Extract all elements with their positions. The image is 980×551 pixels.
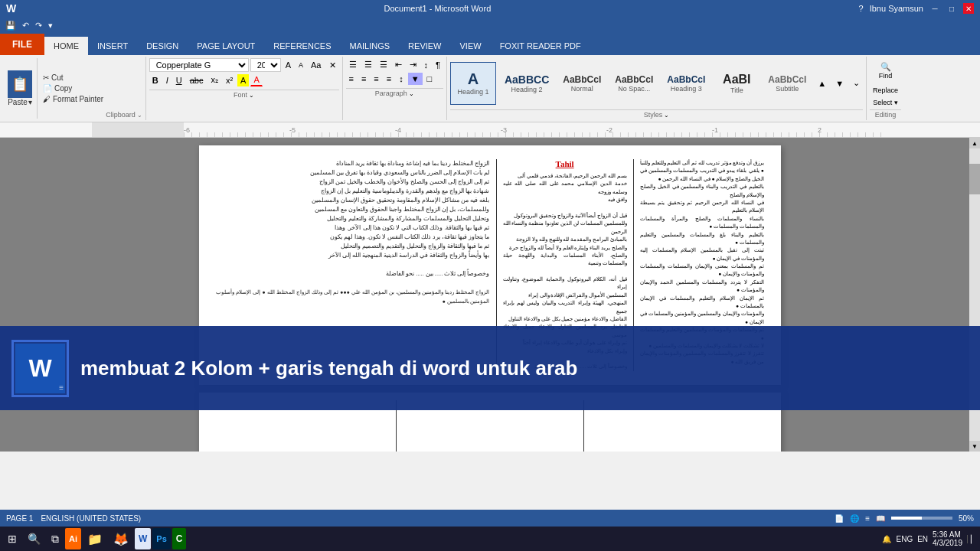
paste-button[interactable]: 📋 Paste▾ xyxy=(3,58,38,119)
zoom-fill xyxy=(891,517,922,520)
align-left-button[interactable]: ≡ xyxy=(346,73,357,85)
font-grow-button[interactable]: A xyxy=(283,59,294,71)
title-bar-title: Document1 - Microsoft Word xyxy=(16,4,858,13)
find-button[interactable]: 🔍 Find xyxy=(872,58,900,83)
scroll-down-button[interactable]: ▼ xyxy=(969,441,980,452)
save-button[interactable]: 💾 xyxy=(3,21,18,31)
customize-qat-button[interactable]: ▾ xyxy=(46,21,55,31)
redo-button[interactable]: ↷ xyxy=(33,21,44,31)
select-button[interactable]: Select ▾ xyxy=(870,97,901,108)
scroll-up-button[interactable]: ▲ xyxy=(969,138,980,148)
tab-foxit[interactable]: FOXIT READER PDF xyxy=(491,37,590,55)
zoom-slider[interactable] xyxy=(891,517,952,520)
cut-button[interactable]: ✂ Cut xyxy=(41,73,106,83)
font-shrink-button[interactable]: A xyxy=(296,60,306,70)
paste-icon: 📋 xyxy=(8,70,32,98)
taskbar-lang-icon[interactable]: EN xyxy=(917,535,928,543)
font-name-select[interactable]: Copperplate G xyxy=(149,58,249,72)
undo-button[interactable]: ↶ xyxy=(20,21,31,31)
superscript-button[interactable]: x² xyxy=(223,74,236,86)
style-heading3-button[interactable]: AaBbCcI Heading 3 xyxy=(662,62,710,105)
line-spacing-button[interactable]: ↕ xyxy=(396,73,407,85)
document-area: الزواج المختلط ردينا بما فيه إشاعة ومناد… xyxy=(0,138,980,452)
nospace-label: No Spac... xyxy=(618,85,650,93)
status-bar: PAGE 1 ENGLISH (UNITED STATES) 📄 🌐 ≡ 📖 5… xyxy=(0,510,980,527)
font-size-select[interactable]: 20 xyxy=(250,58,281,72)
borders-button[interactable]: □ xyxy=(424,73,436,85)
underline-button[interactable]: U xyxy=(173,74,185,86)
firefox-button[interactable]: 🦊 xyxy=(109,528,133,549)
heading3-preview: AaBbCcI xyxy=(667,74,705,85)
styles-gallery-scroll-up[interactable]: ▲ xyxy=(815,77,829,90)
start-button[interactable]: ⊞ xyxy=(3,528,21,549)
align-center-button[interactable]: ≡ xyxy=(358,73,369,85)
editing-group-label: Editing xyxy=(870,109,901,119)
close-button[interactable]: ✕ xyxy=(963,3,974,14)
tab-page-layout[interactable]: PAGE LAYOUT xyxy=(188,37,264,55)
view-read-icon[interactable]: 📖 xyxy=(876,514,885,523)
view-web-icon[interactable]: 🌐 xyxy=(850,514,859,523)
taskbar-show-desktop[interactable]: ▏ xyxy=(967,535,977,543)
style-title-button[interactable]: AaBI Title xyxy=(714,62,760,105)
tab-review[interactable]: REVIEW xyxy=(399,37,450,55)
tab-view[interactable]: VIEW xyxy=(451,37,491,55)
paragraph-group: ☰ ☰ ☰ ⇤ ⇥ ↕ ¶ ≡ ≡ ≡ ≡ ↕ ▼ □ Paragraph ⌄ xyxy=(343,57,447,120)
change-case-button[interactable]: Aa xyxy=(308,59,324,71)
align-right-button[interactable]: ≡ xyxy=(371,73,381,85)
multilevel-button[interactable]: ☰ xyxy=(377,58,390,71)
help-icon[interactable]: ? xyxy=(859,4,864,13)
increase-indent-button[interactable]: ⇥ xyxy=(407,58,420,71)
minimize-button[interactable]: ─ xyxy=(929,3,940,14)
search-button[interactable]: 🔍 xyxy=(23,528,45,549)
taskbar-clock: 5:36 AM 4/3/2019 xyxy=(933,530,962,547)
show-marks-button[interactable]: ¶ xyxy=(433,59,443,71)
illustrator-button[interactable]: Ai xyxy=(65,528,81,549)
view-print-icon[interactable]: 📄 xyxy=(835,514,844,523)
styles-gallery-expand[interactable]: ⌄ xyxy=(850,77,863,90)
tab-references[interactable]: REFERENCES xyxy=(264,37,340,55)
style-heading1-button[interactable]: A Heading 1 xyxy=(450,62,496,105)
editing-group: 🔍 Find Replace Select ▾ Editing xyxy=(867,57,904,120)
word-logo-inner: W ≡ xyxy=(15,344,65,393)
shading-button[interactable]: ▼ xyxy=(408,73,423,85)
font-color-button[interactable]: A xyxy=(250,73,262,86)
heading3-label: Heading 3 xyxy=(671,85,702,93)
word-button[interactable]: W xyxy=(135,528,151,549)
taskbar-date: 4/3/2019 xyxy=(933,539,962,547)
style-normal-button[interactable]: AaBbCcI Normal xyxy=(557,62,606,105)
view-outline-icon[interactable]: ≡ xyxy=(865,514,870,523)
style-subtitle-button[interactable]: AaBbCcI Subtitle xyxy=(763,62,812,105)
numbering-button[interactable]: ☰ xyxy=(361,58,375,71)
taskbar: ⊞ 🔍 ⧉ Ai 📁 🦊 W Ps C 🔔 ENG EN 5:36 AM 4/3… xyxy=(0,527,980,551)
justify-button[interactable]: ≡ xyxy=(384,73,394,85)
style-heading2-button[interactable]: AaBBCC Heading 2 xyxy=(499,62,554,105)
sort-button[interactable]: ↕ xyxy=(421,59,432,71)
copy-button[interactable]: 📄 Copy xyxy=(41,83,106,93)
decrease-indent-button[interactable]: ⇤ xyxy=(392,58,405,71)
style-nospace-button[interactable]: AaBbCcI No Spac... xyxy=(609,62,658,105)
replace-button[interactable]: Replace xyxy=(870,85,901,96)
corel-button[interactable]: C xyxy=(172,528,187,549)
task-view-button[interactable]: ⧉ xyxy=(47,528,64,549)
subscript-button[interactable]: x₂ xyxy=(207,73,221,86)
bold-button[interactable]: B xyxy=(149,74,162,86)
strikethrough-button[interactable]: abc xyxy=(187,74,207,86)
styles-gallery-scroll-down[interactable]: ▼ xyxy=(832,77,847,90)
tab-design[interactable]: DESIGN xyxy=(137,37,188,55)
clear-format-button[interactable]: ✕ xyxy=(326,59,339,72)
explorer-button[interactable]: 📁 xyxy=(83,528,107,549)
bullets-button[interactable]: ☰ xyxy=(346,58,360,71)
tab-insert[interactable]: INSERT xyxy=(88,37,137,55)
subtitle-preview: AaBbCcI xyxy=(768,74,806,85)
tab-file[interactable]: FILE xyxy=(0,34,44,55)
italic-button[interactable]: I xyxy=(163,74,172,86)
photoshop-button[interactable]: Ps xyxy=(152,528,170,549)
taskbar-notification-icon[interactable]: 🔔 xyxy=(882,535,891,543)
scroll-thumb[interactable] xyxy=(969,164,980,194)
format-painter-button[interactable]: 🖌 Format Painter xyxy=(41,94,106,104)
heading2-preview: AaBBCC xyxy=(505,73,549,86)
tab-mailings[interactable]: MAILINGS xyxy=(341,37,400,55)
maximize-button[interactable]: □ xyxy=(946,3,957,14)
tab-home[interactable]: HOME xyxy=(44,37,88,55)
text-highlight-button[interactable]: A xyxy=(237,74,249,86)
